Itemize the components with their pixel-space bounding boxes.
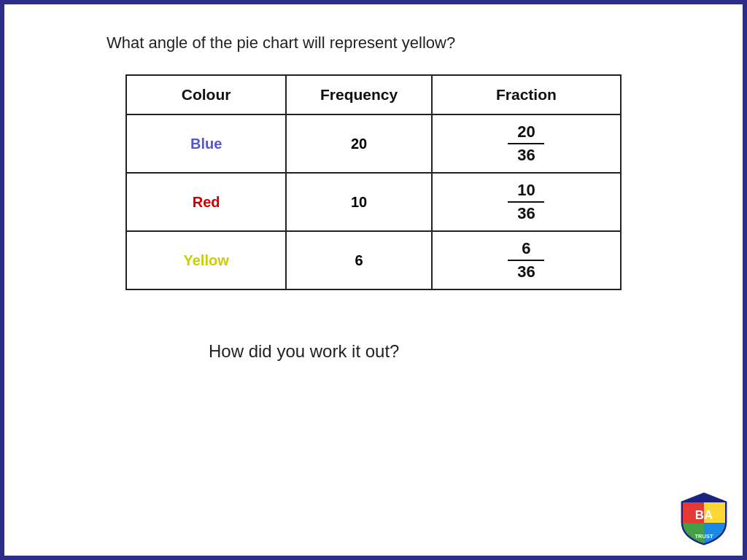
fraction-denominator: 36 [517,203,535,222]
table-row: Blue202036 [126,114,621,173]
cell-frequency: 6 [286,231,432,289]
header-colour: Colour [126,75,286,114]
data-table: Colour Frequency Fraction Blue202036Red1… [125,74,622,290]
page-container: What angle of the pie chart will represe… [0,0,747,560]
logo: BA TRUST [678,491,729,542]
cell-fraction: 1036 [432,173,621,231]
question-text: What angle of the pie chart will represe… [107,34,455,52]
fraction-denominator: 36 [517,144,535,163]
cell-frequency: 20 [286,114,432,173]
fraction-numerator: 6 [522,241,530,260]
table-header-row: Colour Frequency Fraction [126,75,621,114]
table-row: Red101036 [126,173,621,231]
cell-colour: Red [126,173,286,231]
svg-text:TRUST: TRUST [695,533,713,540]
svg-text:BA: BA [695,508,713,522]
header-fraction: Fraction [432,75,621,114]
follow-up-text: How did you work it out? [209,341,399,362]
fraction-numerator: 10 [517,182,535,201]
ba-trust-logo: BA TRUST [678,491,729,546]
cell-fraction: 2036 [432,114,621,173]
header-frequency: Frequency [286,75,432,114]
cell-colour: Blue [126,114,286,173]
cell-fraction: 636 [432,231,621,289]
fraction-numerator: 20 [517,124,535,143]
fraction-denominator: 36 [517,261,535,280]
table-row: Yellow6636 [126,231,621,289]
cell-frequency: 10 [286,173,432,231]
cell-colour: Yellow [126,231,286,289]
